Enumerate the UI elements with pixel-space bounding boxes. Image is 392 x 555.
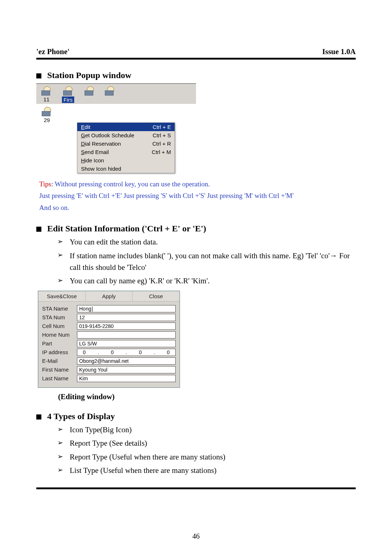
tips-line3: And so on. [39, 204, 69, 211]
menu-item-edit[interactable]: Edit Ctrl + E [77, 123, 175, 131]
edit-window-caption: (Editing window) [58, 392, 356, 401]
tips-line1: : Without pressing control key, you can … [51, 180, 210, 188]
section-title: Edit Station Information ('Ctrl + E' or … [47, 224, 206, 234]
person-desk-icon [85, 86, 95, 96]
person-desk-icon [63, 86, 73, 96]
section-display-types: 4 Types of Display [36, 412, 356, 421]
section-station-popup: Station Popup window [36, 70, 356, 80]
edit-toolbar: Save&Close Apply Close [38, 291, 179, 301]
email-field[interactable]: Obong2@hanmail.net [77, 357, 176, 365]
page: 'ez Phone' Issue 1.0A Station Popup wind… [0, 0, 392, 555]
station-icon-blank1[interactable] [79, 84, 100, 104]
menu-item-send-email[interactable]: Send Email Ctrl + M [77, 148, 175, 156]
home-num-field[interactable] [77, 331, 176, 339]
menu-label: Get Outlook Schedule [81, 132, 134, 138]
popup-icon-row: 11 Firs [36, 84, 196, 104]
square-bullet-icon [36, 73, 41, 78]
menu-item-hide-icon[interactable]: Hide Icon [77, 156, 175, 165]
menu-label: Hide Icon [81, 157, 104, 163]
label-email: E-Mail [42, 358, 77, 364]
first-name-field[interactable]: Kyoung Youl [77, 366, 176, 373]
close-button[interactable]: Close [132, 291, 179, 301]
header-left: 'ez Phone' [36, 47, 70, 56]
page-header: 'ez Phone' Issue 1.0A [36, 47, 356, 56]
square-bullet-icon [36, 414, 41, 420]
station-label: 29 [44, 117, 50, 123]
ip-address-field[interactable]: 0. 0. 0. 0 [77, 349, 176, 356]
list-item: List Type (Useful when there are many st… [57, 465, 356, 477]
station-popup-mock: 11 Firs 29 Edit Ctrl + E [36, 83, 196, 173]
display-types-list: Icon Type(Big Icon) Report Type (See det… [57, 424, 356, 477]
menu-item-show-icon-hided[interactable]: Show Icon hided [77, 165, 175, 173]
station-label-selected: Firs [62, 96, 74, 103]
menu-item-dial-reservation[interactable]: Dial Reservation Ctrl + R [77, 139, 175, 148]
person-desk-icon [105, 86, 115, 96]
list-item: You can call by name eg) 'K.R' or 'K.R' … [57, 275, 356, 287]
tips-block: Tips: Without pressing control key, you … [39, 178, 356, 214]
apply-button[interactable]: Apply [86, 291, 133, 301]
edit-bullet-list: You can edit the station data. If statio… [57, 236, 356, 287]
menu-label: Dial Reservation [81, 141, 121, 147]
tips-line2: Just pressing 'E' with Ctrl +'E' Just pr… [39, 192, 294, 199]
menu-item-get-outlook[interactable]: Get Outlook Schedule Ctrl + S [77, 131, 175, 139]
menu-label: Show Icon hided [81, 166, 121, 172]
last-name-field[interactable]: Kim [77, 375, 176, 382]
menu-shortcut: Ctrl + E [153, 124, 171, 130]
section-title: 4 Types of Display [47, 412, 115, 421]
label-last-name: Last Name [42, 375, 77, 381]
tips-lead: Tips [39, 180, 51, 188]
right-arrow-icon: → [330, 251, 337, 260]
list-item: Icon Type(Big Icon) [57, 424, 356, 436]
context-menu: Edit Ctrl + E Get Outlook Schedule Ctrl … [77, 122, 175, 173]
footer-rule [36, 487, 356, 489]
menu-shortcut: Ctrl + M [152, 149, 171, 155]
label-part: Part [42, 340, 77, 347]
menu-label: Edit [81, 124, 90, 130]
square-bullet-icon [36, 227, 41, 232]
list-item: Report Type (See details) [57, 438, 356, 449]
sta-name-field[interactable]: Hong [77, 305, 176, 312]
label-ip: IP address [42, 349, 77, 355]
save-close-button[interactable]: Save&Close [38, 291, 86, 301]
cell-num-field[interactable]: 019-9145-2280 [77, 323, 176, 330]
edit-body: STA Name Hong STA Num 12 Cell Num 019-91… [38, 301, 179, 382]
list-item: You can edit the station data. [57, 236, 356, 248]
menu-shortcut: Ctrl + S [153, 132, 171, 138]
list-item: Report Type (Useful when there are many … [57, 451, 356, 463]
header-right: Issue 1.0A [322, 47, 356, 56]
sta-num-field[interactable]: 12 [77, 314, 176, 321]
list-item: If station name includes blank(' '), you… [57, 250, 356, 273]
menu-label: Send Email [81, 149, 109, 155]
label-sta-num: STA Num [42, 314, 77, 320]
label-sta-name: STA Name [42, 305, 77, 312]
label-first-name: First Name [42, 366, 77, 373]
edit-window: Save&Close Apply Close STA Name Hong STA… [38, 291, 180, 388]
part-field[interactable]: LG S/W [77, 340, 176, 347]
page-number: 46 [0, 532, 392, 540]
section-title: Station Popup window [47, 70, 131, 80]
station-icon-29-wrap: 29 [38, 76, 56, 123]
person-desk-icon [41, 86, 52, 96]
label-home-num: Home Num [42, 332, 77, 338]
station-icon-firs[interactable]: Firs [57, 84, 79, 104]
section-edit-station: Edit Station Information ('Ctrl + E' or … [36, 224, 356, 234]
station-icon-blank2[interactable] [100, 84, 120, 104]
header-rule [36, 58, 356, 60]
menu-shortcut: Ctrl + R [152, 141, 171, 147]
person-desk-icon [42, 107, 52, 116]
label-cell-num: Cell Num [42, 323, 77, 329]
